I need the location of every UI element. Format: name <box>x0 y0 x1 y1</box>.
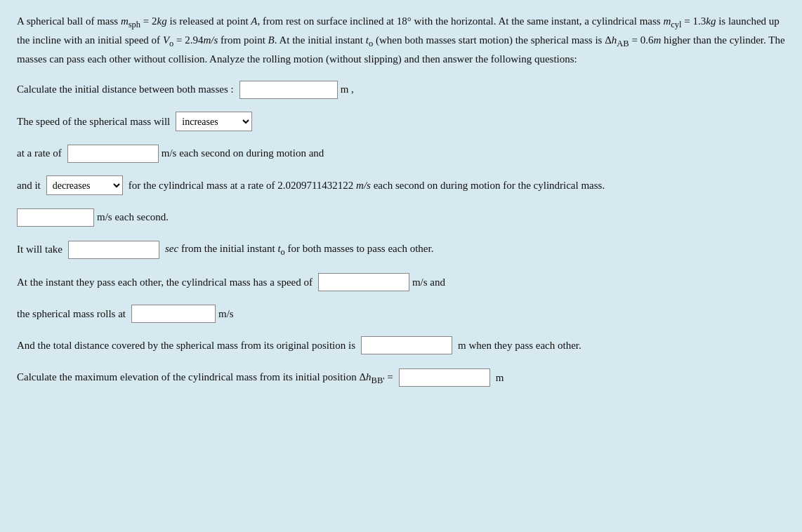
question-9-row: And the total distance covered by the sp… <box>17 336 785 355</box>
q4-label-after: for the cylindrical mass at a rate of 2.… <box>129 176 605 195</box>
q10-label-before: Calculate the maximum elevation of the c… <box>17 368 393 389</box>
q7-input[interactable] <box>318 273 409 291</box>
q6-label-before: It will take <box>17 240 63 259</box>
question-8-row: the spherical mass rolls at m/s <box>17 305 785 324</box>
q10-unit: m <box>496 368 504 387</box>
q8-input[interactable] <box>131 305 216 323</box>
question-1-row: Calculate the initial distance between b… <box>17 80 785 99</box>
q3-unit: m/s each second on during motion and <box>162 144 324 163</box>
q9-label-before: And the total distance covered by the sp… <box>17 336 355 355</box>
q10-input[interactable] <box>399 368 490 387</box>
q8-unit: m/s <box>218 305 234 324</box>
question-5-row: m/s each second. <box>17 208 785 227</box>
question-7-row: At the instant they pass each other, the… <box>17 273 785 292</box>
q4-label-before: and it <box>17 176 41 195</box>
question-2-row: The speed of the spherical mass will inc… <box>17 112 785 131</box>
q4-dropdown[interactable]: decreases increases stays constant <box>46 175 123 195</box>
q1-label: Calculate the initial distance between b… <box>17 80 234 99</box>
q2-dropdown[interactable]: increases decreases stays constant <box>176 112 252 131</box>
q7-unit: m/s and <box>412 273 445 292</box>
question-10-row: Calculate the maximum elevation of the c… <box>17 368 785 389</box>
q1-unit: m , <box>341 80 354 99</box>
q1-input[interactable] <box>239 81 338 99</box>
q7-label-before: At the instant they pass each other, the… <box>17 273 313 292</box>
q2-label: The speed of the spherical mass will <box>17 112 170 131</box>
q3-label: at a rate of <box>17 144 62 163</box>
q8-label-before: the spherical mass rolls at <box>17 305 126 324</box>
q9-unit: m when they pass each other. <box>458 336 581 355</box>
q6-unit: sec from the initial instant to for both… <box>165 239 433 260</box>
q6-input[interactable] <box>68 241 159 259</box>
question-3-row: at a rate of m/s each second on during m… <box>17 144 785 163</box>
problem-statement: A spherical ball of mass msph = 2kg is r… <box>17 13 785 67</box>
q5-input[interactable] <box>17 208 94 227</box>
q5-unit: m/s each second. <box>97 208 169 227</box>
question-6-row: It will take sec from the initial instan… <box>17 239 785 260</box>
q3-input[interactable] <box>67 145 159 163</box>
q9-input[interactable] <box>361 336 452 354</box>
question-4-row: and it decreases increases stays constan… <box>17 175 785 195</box>
